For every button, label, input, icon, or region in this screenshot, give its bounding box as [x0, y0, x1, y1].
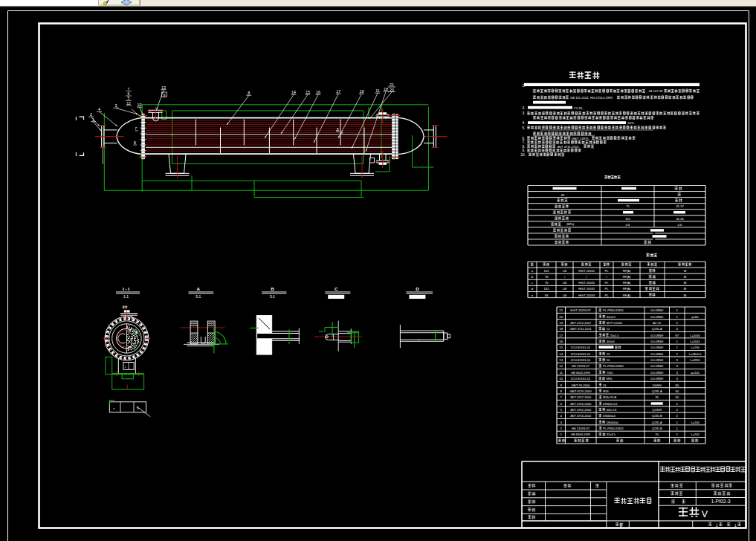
svg-text:14: 14 [559, 352, 563, 356]
svg-text:5: 5 [128, 96, 130, 100]
svg-text:93: 93 [545, 294, 549, 297]
svg-text:20: 20 [559, 315, 563, 319]
svg-text:GB 6163-1999: GB 6163-1999 [571, 371, 591, 375]
svg-text:1: 1 [620, 524, 622, 528]
svg-text:3.: 3. [523, 111, 526, 115]
svg-text:0Cr18Ni9: 0Cr18Ni9 [650, 371, 664, 375]
svg-text:32x3.5: 32x3.5 [607, 433, 616, 436]
svg-text:0.6: 0.6 [678, 223, 682, 227]
svg-text:1:1: 1:1 [123, 294, 129, 299]
svg-text:PL: PL [604, 281, 609, 285]
svg-text:20: 20 [390, 88, 394, 92]
svg-text:Q235-A: Q235-A [652, 421, 662, 424]
svg-text:97: 97 [675, 334, 679, 337]
svg-text:HG/T 20593-97: HG/T 20593-97 [570, 308, 591, 312]
svg-text:PL-PN10-DN25: PL-PN10-DN25 [603, 427, 624, 430]
svg-text:13: 13 [161, 85, 166, 90]
svg-text:GB 8163-1999: GB 8163-1999 [571, 433, 591, 436]
svg-text:4.: 4. [523, 121, 526, 125]
svg-text:C: C [335, 286, 338, 291]
svg-text:LB: LB [563, 281, 566, 285]
svg-text:0Cr18Ni9: 0Cr18Ni9 [650, 352, 664, 356]
svg-text:10: 10 [607, 358, 610, 362]
svg-text:16: 16 [316, 90, 320, 94]
svg-text:JB/T 4716-2002: JB/T 4716-2002 [570, 414, 592, 418]
svg-text:3: 3 [115, 103, 117, 108]
svg-text:4: 4 [98, 107, 100, 111]
svg-text:RF(A): RF(A) [623, 294, 631, 297]
svg-text:32x4.5: 32x4.5 [607, 315, 616, 319]
svg-text:M16x70-B: M16x70-B [603, 395, 617, 399]
svg-text:9.: 9. [523, 149, 526, 152]
svg-text:DN400-0.6: DN400-0.6 [603, 402, 618, 406]
svg-text:ZCU-E2011-01: ZCU-E2011-01 [571, 358, 591, 362]
svg-text:I - I: I - I [123, 286, 129, 291]
svg-text:GB/T 6170-2000: GB/T 6170-2000 [569, 389, 592, 393]
svg-text:1: 1 [92, 117, 94, 122]
svg-text:HG/T 20592: HG/T 20592 [578, 269, 595, 273]
svg-text:A2-70: A2-70 [653, 321, 661, 325]
svg-text:20: 20 [655, 433, 659, 436]
svg-text:L=150: L=150 [691, 433, 700, 436]
svg-text:13: 13 [607, 352, 610, 356]
svg-text:0Cr18Ni9: 0Cr18Ni9 [650, 340, 664, 343]
svg-text:2: 2 [90, 112, 92, 117]
svg-text:DN400xL: DN400xL [607, 421, 619, 424]
svg-text:GB/T 14976,: GB/T 14976, [572, 137, 589, 140]
svg-text:L=28x5.5: L=28x5.5 [689, 352, 702, 356]
svg-text:GB/T 4711-2011: GB/T 4711-2011 [570, 327, 592, 331]
svg-text:ZCU-E2011-01: ZCU-E2011-01 [571, 377, 591, 380]
svg-text:JB/T 4704-2000: JB/T 4704-2000 [570, 402, 592, 406]
svg-text:0Cr18Ni9: 0Cr18Ni9 [650, 364, 664, 368]
svg-text:ZCU-E2011-01: ZCU-E2011-01 [571, 346, 591, 349]
svg-text:73x5: 73x5 [607, 371, 613, 375]
svg-text:10: 10 [559, 377, 563, 380]
svg-text:10.: 10. [521, 153, 526, 157]
svg-text:, JB 147-99: , JB 147-99 [647, 89, 663, 93]
svg-text:1-PI02-3: 1-PI02-3 [711, 499, 730, 504]
svg-text:PL: PL [604, 294, 609, 297]
svg-text:I: I [76, 116, 77, 121]
svg-text:p=100: p=100 [691, 371, 700, 375]
svg-text:7: 7 [128, 87, 130, 91]
svg-text:HG/T 20593: HG/T 20593 [578, 294, 595, 297]
svg-text:17: 17 [336, 89, 340, 94]
svg-text:2.: 2. [523, 106, 526, 110]
svg-text:c: c [125, 366, 126, 369]
svg-text:7.: 7. [523, 140, 526, 144]
svg-text:(MPa): (MPa) [566, 223, 575, 226]
svg-text:B: B [271, 286, 274, 291]
svg-text:5:1: 5:1 [196, 294, 201, 299]
svg-text:Q235-A: Q235-A [652, 389, 662, 393]
svg-text:T1.32,: T1.32, [574, 106, 583, 110]
svg-text:19: 19 [359, 89, 364, 94]
svg-text:4K: 4K [560, 193, 564, 197]
svg-text:HG 21593-97: HG 21593-97 [572, 364, 590, 368]
svg-text:Q235-B: Q235-B [652, 414, 662, 418]
svg-text:RF(A): RF(A) [623, 275, 631, 279]
svg-text:Q235-A: Q235-A [652, 327, 662, 331]
svg-text:M-PI Ch200: M-PI Ch200 [607, 321, 623, 325]
svg-text:5:1: 5:1 [270, 294, 275, 299]
svg-text:JB/T 4707-2000: JB/T 4707-2000 [570, 395, 592, 399]
svg-text:LB: LB [563, 294, 566, 297]
svg-text:15: 15 [306, 90, 310, 94]
svg-text:GB 151-2011, HG 21514-1999: GB 151-2011, HG 21514-1999 [570, 96, 613, 100]
svg-text:D: D [416, 286, 419, 291]
svg-text:A: A [197, 286, 201, 291]
svg-text:LB: LB [563, 287, 566, 291]
svg-text:LB: LB [563, 269, 566, 273]
svg-text:0Cr18Ni9: 0Cr18Ni9 [650, 358, 664, 362]
svg-text:75: 75 [626, 204, 630, 208]
svg-text:0Cr18Ni9: 0Cr18Ni9 [650, 308, 664, 312]
svg-text:25x2.5: 25x2.5 [610, 334, 619, 337]
svg-text:16: 16 [603, 383, 607, 387]
svg-text:M: M [684, 281, 687, 285]
svg-text:75: 75 [545, 281, 549, 285]
svg-text:M: M [684, 275, 687, 279]
svg-text:1: 1 [734, 524, 737, 528]
svg-text:110: 110 [625, 217, 630, 221]
svg-text:18: 18 [559, 327, 563, 331]
svg-text:400x4: 400x4 [607, 340, 616, 343]
svg-text:PL-PN10-DN15: PL-PN10-DN15 [603, 308, 624, 312]
